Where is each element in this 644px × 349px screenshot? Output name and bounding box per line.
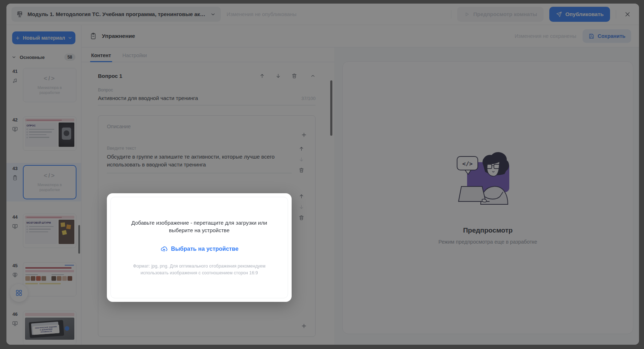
upload-format-hint: Формат: jpg, png. Для оптимального отобр…: [119, 263, 279, 276]
image-block: Добавьте изображение - перетащите для за…: [107, 193, 307, 302]
upload-instruction: Добавьте изображение - перетащите для за…: [119, 219, 280, 235]
choose-on-device-label: Выбрать на устройстве: [171, 246, 239, 252]
dim-overlay: [0, 0, 644, 349]
cloud-upload-icon: [160, 245, 168, 253]
image-upload-card[interactable]: Добавьте изображение - перетащите для за…: [107, 193, 292, 302]
choose-on-device-button[interactable]: Выбрать на устройстве: [160, 245, 239, 253]
